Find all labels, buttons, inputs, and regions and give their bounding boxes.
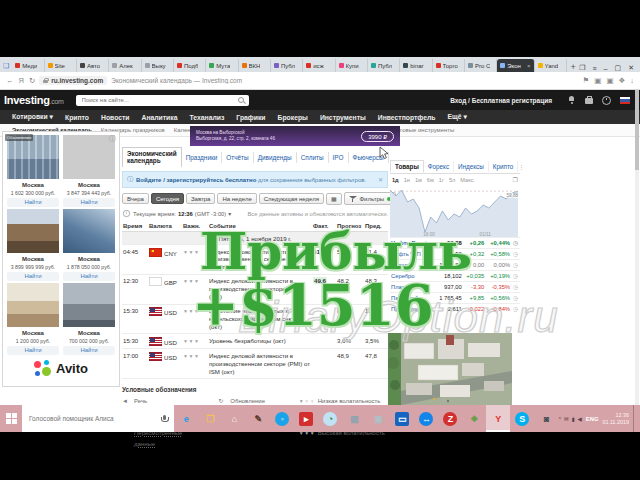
taskbar-icon-map[interactable]: ❖ (462, 405, 486, 432)
browser-tab[interactable]: Торго (433, 59, 465, 72)
find-button[interactable]: Найти (7, 346, 59, 355)
taskbar-icon-photos[interactable]: ▣ (366, 405, 390, 432)
tab-panel-icon[interactable]: ❐ (579, 64, 585, 72)
taskbar-icon-yandex-browser[interactable]: Y (486, 405, 510, 432)
range-button[interactable]: На неделе (217, 193, 256, 204)
collections-icon[interactable]: ❖ (619, 76, 626, 85)
taskbar-icon-ie[interactable]: e (174, 405, 198, 432)
taskbar-icon-monitor[interactable]: ▭ (390, 405, 414, 432)
taskbar-icon-teamviewer[interactable]: ↔ (414, 405, 438, 432)
taskbar-icon-globe[interactable]: ◔ (318, 405, 342, 432)
nav-item[interactable]: Крипто (65, 114, 89, 121)
browser-tab[interactable]: Алек (109, 59, 141, 72)
avito-listing[interactable]: Москва1 602 300 000 руб.Найти (7, 135, 59, 207)
back-icon[interactable]: ← (6, 76, 14, 85)
browser-tab[interactable]: Авто (77, 59, 109, 72)
tray-clock[interactable]: 12:36 01.11.2019 (602, 412, 629, 425)
sidebar-tab[interactable]: Товары (390, 160, 424, 173)
nav-item[interactable]: Инвестпортфель (378, 114, 436, 121)
browser-tab[interactable]: Подб (174, 59, 206, 72)
browser-tab[interactable]: Pro C (465, 59, 497, 72)
range-button[interactable]: Следующая неделя (259, 193, 324, 204)
find-button[interactable]: Найти (63, 272, 115, 281)
keyboard-language[interactable]: ENG (586, 416, 599, 422)
avito-listing[interactable]: Москва1 878 050 000 руб.Найти (63, 209, 115, 281)
calendar-tab[interactable]: Сплиты (297, 152, 329, 163)
page-scrollbar[interactable] (635, 90, 639, 405)
kebab-menu-icon[interactable]: ⋮ (518, 163, 524, 170)
chart-range-button[interactable]: 1г (439, 177, 444, 183)
tab-close-icon[interactable]: × (527, 63, 531, 69)
sidebar-tab[interactable]: Крипто (489, 161, 518, 172)
find-button[interactable]: Найти (7, 272, 59, 281)
find-button[interactable]: Найти (63, 346, 115, 355)
maximize-button[interactable]: ▢ (615, 64, 622, 72)
tab-groups-icon[interactable]: ❏ (3, 62, 9, 70)
chart-range-button[interactable]: 1д (392, 177, 399, 183)
tray-icon[interactable]: ✉ (564, 416, 569, 422)
new-tab-button[interactable]: + (567, 62, 579, 72)
calendar-tab[interactable]: Праздники (182, 152, 223, 163)
taskbar-search-input[interactable] (27, 414, 160, 423)
search-icon[interactable] (238, 97, 245, 104)
banner-close-icon[interactable]: ✕ (378, 176, 383, 183)
bookmark-icon[interactable]: ⚑ (583, 76, 590, 85)
extension-green-icon[interactable]: ▣ (606, 76, 613, 85)
notifications-bell-icon[interactable] (568, 96, 576, 104)
browser-tab[interactable]: binar (400, 59, 432, 72)
show-desktop-button[interactable] (633, 405, 637, 432)
taskbar-icon-skype[interactable]: S (510, 405, 534, 432)
chart-range-button[interactable]: 1м (415, 177, 422, 183)
nav-item[interactable]: Котировки ▾ (12, 113, 53, 121)
event-link[interactable]: Индекс деловой активности в производстве… (208, 349, 312, 379)
investing-logo[interactable]: Investing.com (4, 94, 64, 106)
find-button[interactable]: Найти (7, 198, 59, 207)
taskbar-icon-notebook[interactable]: ▤ (342, 405, 366, 432)
taskbar-icon-home[interactable]: ⌂ (222, 405, 246, 432)
yandex-home-icon[interactable]: Я (19, 76, 24, 85)
tray-icon[interactable]: ◀ (578, 416, 582, 422)
browser-tab[interactable]: Yand (535, 59, 567, 72)
nav-item[interactable]: Теханализ (189, 114, 224, 121)
browser-tab[interactable]: Site (45, 59, 77, 72)
chart-range-button[interactable]: 1н (404, 177, 410, 183)
refresh-icon[interactable]: ↻ (29, 76, 35, 85)
taskbar-icon-folder[interactable]: ❒ (198, 405, 222, 432)
portfolio-briefcase-icon[interactable] (585, 98, 593, 104)
menu-icon[interactable]: ≡ (593, 65, 597, 72)
nav-item[interactable]: Ещё ▾ (447, 113, 466, 121)
site-search[interactable] (76, 95, 249, 106)
chart-range-button[interactable]: Макс. (460, 177, 475, 183)
popout-icon[interactable]: ❐ (513, 176, 518, 183)
range-button[interactable]: Сегодня (151, 193, 184, 204)
taskbar-icon-messenger[interactable]: ◦ (270, 405, 294, 432)
nav-item[interactable]: Брокеры (278, 114, 308, 121)
nav-item[interactable]: Новости (101, 114, 130, 121)
avito-listing[interactable]: Москва3 899 999 999 руб.Найти (7, 209, 59, 281)
browser-tab[interactable]: Мута (206, 59, 238, 72)
calendar-tab[interactable]: Дивиденды (254, 152, 297, 163)
taskbar-icon-camera[interactable]: ◙ (534, 405, 558, 432)
browser-tab[interactable]: Меди (12, 59, 44, 72)
taskbar-icon-z-app[interactable]: Z (438, 405, 462, 432)
taskbar-icon-pen[interactable]: ✎ (246, 405, 270, 432)
nav-item[interactable]: Инструменты (320, 114, 366, 121)
filters-button[interactable]: Фильтры (344, 192, 396, 205)
avito-listing[interactable]: Москва700 002 000 руб.Найти (63, 283, 115, 355)
calendar-tab[interactable]: Экономический календарь (122, 147, 182, 168)
chart-range-button[interactable]: 5л (449, 177, 455, 183)
tray-icon[interactable]: ^ (558, 416, 561, 422)
range-button[interactable]: Вчера (122, 193, 149, 204)
sidebar-tab[interactable]: Форекс (424, 161, 454, 172)
browser-tab[interactable]: Экон× (497, 59, 534, 72)
nav-item[interactable]: Аналитика (142, 114, 178, 121)
sidebar-tab[interactable]: Индексы (454, 161, 489, 172)
tray-icon[interactable]: ▮ (572, 416, 575, 422)
calendar-picker-button[interactable]: ▦ (326, 193, 342, 205)
calendar-row[interactable]: 17:00USD▼▼▼Индекс деловой активности в п… (122, 349, 388, 379)
address-domain-pill[interactable]: ru.investing.com (39, 76, 107, 85)
calendar-tab[interactable]: IPO (329, 152, 349, 163)
calendar-tab[interactable]: Отчёты (222, 152, 253, 163)
range-button[interactable]: Завтра (186, 193, 215, 204)
browser-tab[interactable]: ВКН (239, 59, 271, 72)
